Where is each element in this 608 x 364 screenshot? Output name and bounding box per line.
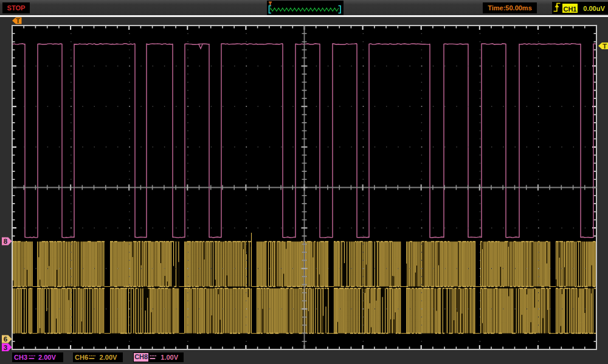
svg-text:T: T — [603, 43, 607, 50]
svg-text:3: 3 — [4, 344, 7, 351]
svg-text:6: 6 — [4, 335, 7, 343]
svg-text:T: T — [16, 17, 20, 24]
svg-text:8: 8 — [4, 238, 8, 245]
